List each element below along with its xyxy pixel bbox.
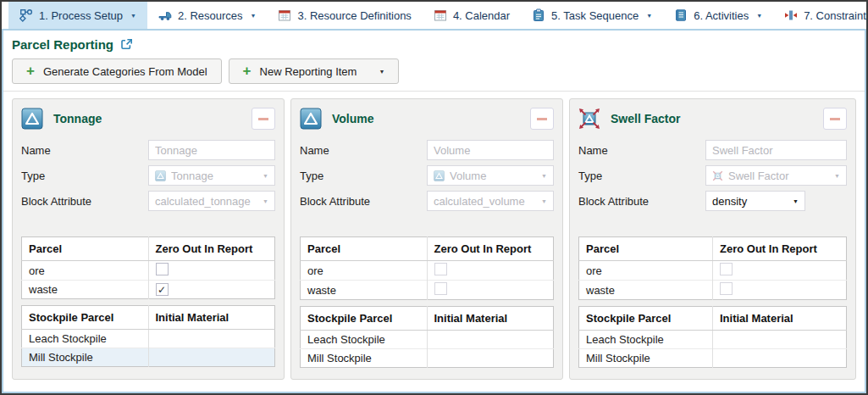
table-row[interactable]: Leach Stockpile (579, 331, 847, 349)
table-row[interactable]: Mill Stockpile (579, 349, 847, 368)
tab-content-area: Parcel Reporting + Generate Categories F… (2, 31, 866, 393)
table-row[interactable]: ore (301, 261, 554, 281)
type-label: Type (578, 170, 705, 182)
clipboard-icon (532, 8, 545, 22)
panel-title: Volume (332, 112, 374, 125)
chevron-down-icon: ▼ (263, 198, 268, 204)
process-setup-icon (19, 8, 33, 22)
new-reporting-item-label: New Reporting Item (260, 65, 357, 78)
chevron-down-icon: ▼ (263, 173, 268, 179)
generate-categories-label: Generate Categories From Model (43, 65, 207, 78)
name-input[interactable] (148, 140, 275, 160)
table-row[interactable]: ore (22, 261, 275, 281)
panel-title: Tonnage (53, 112, 102, 125)
parcel-cell: ore (22, 261, 149, 281)
parcel-cell: waste (22, 281, 149, 299)
type-select[interactable]: Swell Factor ▼ (705, 165, 847, 186)
zero-out-checkbox[interactable] (434, 263, 447, 275)
table-row[interactable]: waste ✓ (22, 281, 275, 299)
table-row[interactable]: waste (579, 281, 847, 300)
tab-calendar[interactable]: 4. Calendar (423, 2, 521, 29)
stockpile-cell: Leach Stockpile (579, 331, 713, 349)
chevron-down-icon: ▼ (379, 69, 384, 75)
table-row[interactable]: waste (301, 281, 554, 300)
initial-material-cell[interactable] (148, 330, 275, 348)
type-select[interactable]: Tonnage ▼ (148, 165, 275, 186)
tab-constraints[interactable]: 7. Constraints ▼ (773, 2, 868, 29)
table-row[interactable]: Mill Stockpile (301, 349, 554, 368)
block-attribute-select[interactable]: calculated_volume ▼ (427, 191, 554, 211)
zero-out-checkbox[interactable] (156, 263, 169, 275)
calendar-grid-icon (278, 8, 291, 22)
type-label: Type (21, 170, 148, 182)
stockpile-table: Stockpile Parcel Initial Material Leach … (578, 306, 847, 368)
tab-resources[interactable]: 2. Resources ▼ (147, 2, 268, 29)
type-select[interactable]: Volume ▼ (427, 165, 554, 186)
column-header: Parcel (22, 237, 149, 261)
stockpile-cell: Mill Stockpile (579, 349, 713, 368)
parcel-table: Parcel Zero Out In Report ore waste (578, 236, 847, 300)
block-attribute-label: Block Attribute (21, 195, 148, 208)
table-row[interactable]: ore (579, 261, 847, 281)
parcel-table: Parcel Zero Out In Report ore waste (300, 236, 554, 300)
column-header: Stockpile Parcel (301, 307, 428, 331)
external-link-icon[interactable] (120, 38, 133, 51)
toolbar: + Generate Categories From Model + New R… (12, 58, 856, 84)
parcel-cell: waste (301, 281, 428, 300)
swell-factor-icon (712, 170, 723, 181)
block-attribute-value: density (712, 195, 788, 208)
block-attribute-select[interactable]: density ▼ (705, 191, 805, 211)
column-header: Initial Material (148, 306, 275, 330)
zero-out-checkbox[interactable] (434, 282, 447, 295)
tab-label: 2. Resources (178, 9, 243, 22)
chevron-down-icon: ▼ (756, 13, 762, 19)
plus-icon: + (243, 64, 252, 78)
tab-resource-definitions[interactable]: 3. Resource Definitions (267, 2, 422, 29)
main-tab-bar: 1. Process Setup ▼ 2. Resources ▼ 3. Res… (2, 2, 866, 31)
chevron-down-icon: ▼ (251, 13, 257, 19)
block-attribute-label: Block Attribute (300, 195, 427, 208)
calendar-grid-icon (434, 8, 447, 22)
minus-icon (258, 118, 268, 120)
tab-label: 7. Constraints (804, 9, 868, 22)
column-header: Stockpile Parcel (22, 306, 149, 330)
type-value: Volume (450, 170, 536, 182)
panel-swell-factor: Swell Factor Name Type Swell Factor ▼ (569, 98, 856, 380)
zero-out-checkbox[interactable] (720, 282, 733, 295)
tonnage-triangle-icon (21, 108, 43, 130)
zero-out-checkbox[interactable] (720, 263, 733, 275)
block-attribute-label: Block Attribute (578, 195, 705, 208)
name-input[interactable] (427, 140, 554, 160)
block-attribute-select[interactable]: calculated_tonnage ▼ (148, 191, 275, 211)
initial-material-cell[interactable] (427, 331, 554, 349)
reporting-panels: Tonnage Name Type Tonnage ▼ (12, 98, 856, 380)
type-value: Swell Factor (728, 170, 829, 182)
tab-label: 4. Calendar (453, 9, 510, 22)
name-input[interactable] (705, 140, 847, 160)
stockpile-cell: Mill Stockpile (301, 349, 428, 368)
panel-title: Swell Factor (611, 112, 680, 125)
initial-material-cell[interactable] (713, 349, 847, 368)
generate-categories-button[interactable]: + Generate Categories From Model (12, 58, 222, 84)
table-row[interactable]: Leach Stockpile (22, 330, 275, 348)
tab-activities[interactable]: 6. Activities ▼ (663, 2, 773, 29)
initial-material-cell[interactable] (148, 348, 275, 367)
collapse-button[interactable] (530, 108, 554, 130)
minus-icon (537, 118, 547, 120)
block-attribute-value: calculated_tonnage (155, 195, 257, 208)
initial-material-cell[interactable] (427, 349, 554, 368)
volume-triangle-icon (434, 170, 445, 181)
tab-task-sequence[interactable]: 5. Task Sequence ▼ (521, 2, 663, 29)
constraints-arrows-icon (784, 8, 798, 22)
chevron-down-icon: ▼ (834, 173, 840, 179)
column-header: Zero Out In Report (427, 237, 554, 261)
new-reporting-item-button[interactable]: + New Reporting Item ▼ (229, 58, 400, 84)
zero-out-checkbox[interactable]: ✓ (156, 283, 169, 296)
table-row[interactable]: Leach Stockpile (301, 331, 554, 349)
collapse-button[interactable] (252, 108, 275, 130)
tab-process-setup[interactable]: 1. Process Setup ▼ (8, 2, 147, 29)
collapse-button[interactable] (823, 108, 847, 130)
initial-material-cell[interactable] (713, 331, 847, 349)
plus-icon: + (26, 64, 35, 78)
table-row-selected[interactable]: Mill Stockpile (22, 348, 275, 367)
